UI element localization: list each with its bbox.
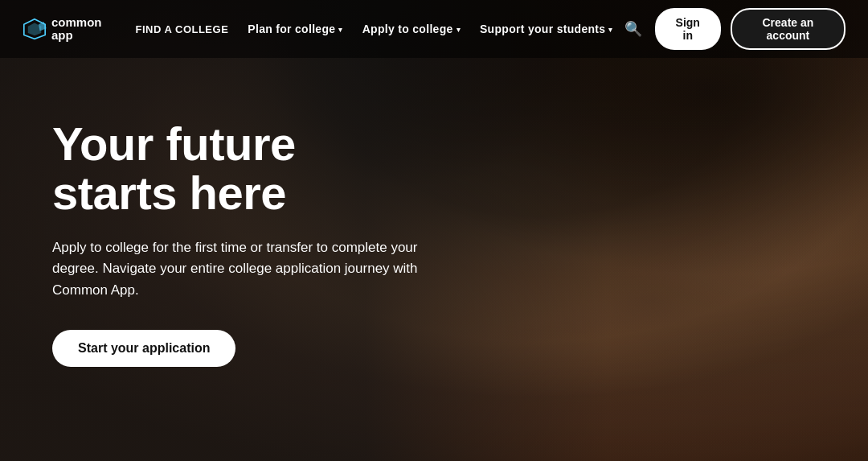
- hero-subtitle: Apply to college for the first time or t…: [52, 237, 438, 301]
- nav-apply-college[interactable]: Apply to college ▾: [354, 16, 469, 42]
- hero-title: Your future starts here: [52, 120, 450, 218]
- common-app-logo-icon: [23, 18, 47, 40]
- chevron-down-icon: ▾: [338, 26, 342, 34]
- logo[interactable]: common app: [23, 16, 102, 43]
- nav-find-college[interactable]: FIND A COLLEGE: [128, 17, 237, 42]
- search-icon[interactable]: 🔍: [621, 17, 645, 41]
- chevron-down-icon: ▾: [457, 26, 461, 34]
- chevron-down-icon: ▾: [608, 26, 612, 34]
- signin-button[interactable]: Sign in: [655, 8, 721, 50]
- start-application-button[interactable]: Start your application: [52, 330, 235, 367]
- create-account-button[interactable]: Create an account: [731, 8, 845, 50]
- nav-right: 🔍 Sign in Create an account: [621, 8, 845, 50]
- nav-support-students[interactable]: Support your students ▾: [472, 16, 621, 42]
- nav-links: FIND A COLLEGE Plan for college ▾ Apply …: [128, 16, 621, 42]
- hero-content: Your future starts here Apply to college…: [0, 0, 450, 461]
- hero-section: common app FIND A COLLEGE Plan for colle…: [0, 0, 868, 461]
- logo-text: common app: [51, 16, 102, 43]
- navbar: common app FIND A COLLEGE Plan for colle…: [0, 0, 868, 58]
- nav-plan-college[interactable]: Plan for college ▾: [240, 16, 350, 42]
